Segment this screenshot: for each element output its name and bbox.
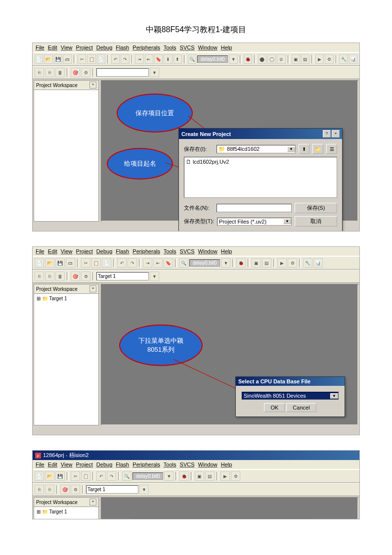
rebuild-icon[interactable]: ⎘ xyxy=(45,272,54,281)
filetype-combo[interactable]: Project Files (*.uv2) xyxy=(217,218,292,226)
menu-peripherals[interactable]: Peripherals xyxy=(132,462,160,467)
saveall-icon[interactable]: 🗃 xyxy=(63,54,72,64)
menu-edit[interactable]: Edit xyxy=(48,248,57,254)
paste-icon[interactable]: 📄 xyxy=(97,54,105,64)
menu-file[interactable]: File xyxy=(36,45,44,50)
menu-edit[interactable]: Edit xyxy=(48,45,57,50)
new-folder-icon[interactable]: 📁 xyxy=(312,144,323,154)
open-icon[interactable]: 📂 xyxy=(45,258,54,268)
close-icon[interactable]: × xyxy=(89,499,96,506)
window1-icon[interactable]: ▣ xyxy=(292,54,300,64)
close-icon[interactable]: × xyxy=(89,82,96,89)
menu-flash[interactable]: Flash xyxy=(116,248,129,254)
outdent-icon[interactable]: ⇤ xyxy=(145,54,153,64)
tree-item-target[interactable]: Target 1 xyxy=(36,295,97,302)
build-icon[interactable]: ⎘ xyxy=(35,68,44,77)
debug-icon[interactable]: 🐞 xyxy=(179,471,189,481)
target-icon[interactable]: 🎯 xyxy=(60,485,70,494)
options-icon[interactable]: ⚙ xyxy=(81,272,90,281)
target-select[interactable] xyxy=(96,272,149,280)
findnext-icon[interactable]: ▼ xyxy=(221,258,230,268)
window1-icon[interactable]: ▣ xyxy=(195,471,204,481)
target-icon[interactable]: 🎯 xyxy=(71,272,80,281)
bp2-icon[interactable]: ◯ xyxy=(267,54,276,64)
undo-icon[interactable]: ↶ xyxy=(111,54,120,64)
bookmark-icon[interactable]: 🔖 xyxy=(154,54,163,64)
config-icon[interactable]: ⚙ xyxy=(325,54,333,64)
config-icon[interactable]: ⚙ xyxy=(288,258,297,268)
findnext-icon[interactable]: ▼ xyxy=(229,54,237,64)
open-icon[interactable]: 📂 xyxy=(45,471,54,481)
new-icon[interactable]: 📄 xyxy=(35,471,44,481)
window2-icon[interactable]: ▤ xyxy=(301,54,309,64)
debug-icon[interactable]: 🐞 xyxy=(244,54,252,64)
tool1-icon[interactable]: 🔧 xyxy=(339,54,348,64)
help-icon[interactable]: ? xyxy=(323,130,331,138)
ok-button[interactable]: OK xyxy=(264,403,285,412)
breakpoint-icon[interactable]: ⬤ xyxy=(258,54,266,64)
list-view-icon[interactable]: ☰ xyxy=(326,144,337,154)
menu-svcs[interactable]: SVCS xyxy=(180,45,195,50)
tool1-icon[interactable]: 🔧 xyxy=(303,258,312,268)
dropdown-icon[interactable]: ▼ xyxy=(150,68,159,77)
menu-view[interactable]: View xyxy=(61,248,73,254)
menu-debug[interactable]: Debug xyxy=(96,45,112,50)
open-icon[interactable]: 📂 xyxy=(44,54,52,64)
menu-edit[interactable]: Edit xyxy=(48,462,57,467)
options-icon[interactable]: ⚙ xyxy=(71,485,80,494)
cpu-combo[interactable]: SinoWealth 8051 Devices xyxy=(242,392,339,400)
find-field[interactable]: delay0.bit0 xyxy=(132,472,163,480)
find-icon[interactable]: 🔍 xyxy=(188,54,196,64)
file-list[interactable]: 🗋 lcd1602prj.Uv2 xyxy=(184,157,337,198)
window1-icon[interactable]: ▣ xyxy=(252,258,261,268)
dropdown-icon[interactable]: ▼ xyxy=(139,485,149,494)
menu-window[interactable]: Window xyxy=(198,45,218,50)
save-button[interactable]: 保存(S) xyxy=(295,203,337,213)
indent-icon[interactable]: ⇥ xyxy=(135,54,143,64)
copy-icon[interactable]: 📋 xyxy=(87,54,95,64)
filename-input[interactable] xyxy=(217,204,292,212)
save-icon[interactable]: 💾 xyxy=(55,471,65,481)
cut-icon[interactable]: ✂ xyxy=(71,471,80,481)
window2-icon[interactable]: ▤ xyxy=(262,258,271,268)
rebuild-icon[interactable]: ⎘ xyxy=(45,68,54,77)
cut-icon[interactable]: ✂ xyxy=(78,54,86,64)
tool2-icon[interactable]: 📊 xyxy=(313,258,323,268)
menu-tools[interactable]: Tools xyxy=(164,248,176,254)
cancel-button[interactable]: 取消 xyxy=(295,216,337,227)
tool2-icon[interactable]: 📊 xyxy=(349,54,357,64)
new-icon[interactable]: 📄 xyxy=(35,54,43,64)
menu-view[interactable]: View xyxy=(61,462,73,467)
copy-icon[interactable]: 📋 xyxy=(91,258,101,268)
bookmark-icon[interactable]: 🔖 xyxy=(164,258,173,268)
save-icon[interactable]: 💾 xyxy=(55,258,65,268)
findnext-icon[interactable]: ▼ xyxy=(164,471,174,481)
config-icon[interactable]: ⚙ xyxy=(231,471,240,481)
menu-svcs[interactable]: SVCS xyxy=(180,248,195,254)
run-icon[interactable]: ▶ xyxy=(277,258,287,268)
menu-help[interactable]: Help xyxy=(221,248,232,254)
find-field[interactable]: delay0.bit0 xyxy=(189,259,220,267)
target-select[interactable] xyxy=(96,68,149,77)
clean-icon[interactable]: 🗑 xyxy=(55,68,65,77)
menu-tools[interactable]: Tools xyxy=(164,462,176,467)
save-in-combo[interactable]: 📁 88f54lcd1602 xyxy=(217,145,296,153)
close-icon[interactable]: × xyxy=(332,130,340,138)
find-field[interactable]: delay0.bit0 xyxy=(197,55,228,63)
menu-project[interactable]: Project xyxy=(76,462,93,467)
menu-tools[interactable]: Tools xyxy=(164,45,176,50)
build-icon[interactable]: ⎘ xyxy=(35,272,44,281)
find-icon[interactable]: 🔍 xyxy=(179,258,188,268)
menu-flash[interactable]: Flash xyxy=(116,45,129,50)
run-icon[interactable]: ▶ xyxy=(315,54,324,64)
menu-project[interactable]: Project xyxy=(76,248,93,254)
target-select[interactable] xyxy=(86,485,138,494)
indent-icon[interactable]: ⇥ xyxy=(143,258,152,268)
menu-help[interactable]: Help xyxy=(221,45,232,50)
menu-project[interactable]: Project xyxy=(76,45,93,50)
outdent-icon[interactable]: ⇤ xyxy=(153,258,163,268)
redo-icon[interactable]: ↷ xyxy=(121,54,129,64)
tree-item-target[interactable]: Target 1 xyxy=(36,509,97,515)
window2-icon[interactable]: ▤ xyxy=(205,471,215,481)
new-icon[interactable]: 📄 xyxy=(35,258,44,268)
